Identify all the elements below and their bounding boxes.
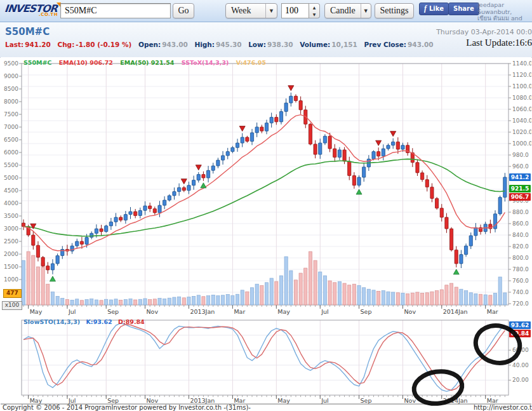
svg-text:2013Jan: 2013Jan xyxy=(190,397,215,404)
svg-text:May: May xyxy=(277,397,290,404)
svg-text:20.00: 20.00 xyxy=(512,377,529,383)
chg-label: Chg: xyxy=(57,41,74,48)
facebook-like-button[interactable]: fLike xyxy=(419,3,449,15)
period-select-value: Week xyxy=(226,4,265,18)
svg-text:7000: 7000 xyxy=(4,124,18,130)
period-select[interactable]: Week ▼ xyxy=(225,3,277,18)
svg-text:5500: 5500 xyxy=(4,162,18,168)
prev-close-label: Prev Close: xyxy=(364,41,406,48)
last-price-badge: 921.5 xyxy=(509,185,531,192)
footer-url: http://investor.co.t xyxy=(474,404,532,411)
volume-value: 10,151 xyxy=(331,41,357,48)
svg-text:60.00: 60.00 xyxy=(512,347,529,353)
fb-caption-line: Jeedapar Suwanbutr, xyxy=(477,2,532,15)
chart-style-value: Candle xyxy=(325,4,361,18)
chart-application-window: INVESTOR .CO.TH S50M#C Go Week ▼ 100 ▲▼ … xyxy=(0,0,532,411)
last-update-text: Last Update:16:6 xyxy=(466,37,532,48)
svg-text:8500: 8500 xyxy=(4,86,18,92)
svg-text:2000: 2000 xyxy=(4,251,18,257)
svg-text:2500: 2500 xyxy=(4,238,18,245)
last-price-badge: 906.7 xyxy=(509,193,531,201)
svg-text:Nov: Nov xyxy=(147,308,159,315)
quote-line: Last:941.20 Chg:-1.80 (-0.19 %) Open:943… xyxy=(5,41,434,48)
buy-marker-icon xyxy=(50,276,55,281)
svg-text:980.0: 980.0 xyxy=(512,152,529,158)
high-label: High: xyxy=(194,41,215,48)
svg-text:2014Jan: 2014Jan xyxy=(443,308,468,315)
svg-text:1080.0: 1080.0 xyxy=(512,95,531,101)
bars-count-value: 100 xyxy=(281,3,309,18)
svg-text:Sep: Sep xyxy=(107,308,119,315)
low-label: Low: xyxy=(248,41,266,48)
chart-legend: S50M#C EMA(10) 906.72 EMA(50) 921.54 SST… xyxy=(23,59,271,66)
svg-text:9000: 9000 xyxy=(4,73,18,79)
stoch-d-badge: 89.84 xyxy=(509,330,531,337)
last-label: Last: xyxy=(5,41,23,48)
chevron-down-icon: ▼ xyxy=(265,4,277,18)
stoch-k-label: K:93.62 xyxy=(86,318,112,325)
go-button[interactable]: Go xyxy=(173,3,194,18)
svg-text:860.0: 860.0 xyxy=(512,220,529,227)
svg-text:760.0: 760.0 xyxy=(512,278,529,284)
svg-text:880.0: 880.0 xyxy=(512,209,529,215)
legend-ema10: EMA(10) 906.72 xyxy=(59,59,113,66)
svg-text:Nov: Nov xyxy=(404,308,416,315)
stochastic-chart: 60.0040.0020.00MayJulSepNov2013JanMarMay… xyxy=(1,317,531,405)
svg-text:Jul: Jul xyxy=(68,308,76,315)
svg-text:1000.0: 1000.0 xyxy=(512,140,531,147)
sell-marker-icon xyxy=(376,140,382,145)
stochastic-legend: SlowSTO(14,3,3) K:93.62 D:89.84 xyxy=(23,318,149,325)
price-chart-panel: S50M#C EMA(10) 906.72 EMA(50) 921.54 SST… xyxy=(1,57,531,316)
svg-text:1060.0: 1060.0 xyxy=(512,106,531,112)
svg-text:840.0: 840.0 xyxy=(512,232,529,238)
svg-text:Sep: Sep xyxy=(107,397,119,404)
buy-marker-icon xyxy=(356,189,362,194)
date-text: Thursday 03-Apr-2014 00:0 xyxy=(436,28,532,36)
svg-text:1000: 1000 xyxy=(4,276,18,283)
stochastic-panel: SlowSTO(14,3,3) K:93.62 D:89.84 60.0040.… xyxy=(1,317,531,405)
volume-unit-label: x100 xyxy=(2,301,22,310)
svg-text:40.00: 40.00 xyxy=(512,362,529,368)
svg-text:4500: 4500 xyxy=(4,187,18,194)
svg-text:Jul: Jul xyxy=(321,308,328,315)
stoch-k-badge: 93.62 xyxy=(509,321,531,329)
quote-header: S50M#C Last:941.20 Chg:-1.80 (-0.19 %) O… xyxy=(0,22,532,58)
stepper-arrows-icon[interactable]: ▲▼ xyxy=(309,3,320,18)
svg-text:2014Jan: 2014Jan xyxy=(443,397,468,404)
bars-count-stepper[interactable]: 100 ▲▼ xyxy=(281,3,320,18)
svg-text:6500: 6500 xyxy=(4,137,18,143)
buy-marker-icon xyxy=(453,269,459,274)
svg-text:1020.0: 1020.0 xyxy=(512,129,531,135)
toolbar: INVESTOR .CO.TH S50M#C Go Week ▼ 100 ▲▼ … xyxy=(0,0,532,22)
settings-button[interactable]: Settings xyxy=(375,3,414,18)
svg-text:Nov: Nov xyxy=(404,397,416,404)
svg-text:9500: 9500 xyxy=(4,60,18,67)
svg-text:Sep: Sep xyxy=(361,397,372,404)
volume-value-badge: 477 xyxy=(3,289,22,298)
svg-text:5000: 5000 xyxy=(4,175,18,181)
stoch-title: SlowSTO(14,3,3) xyxy=(23,318,80,325)
chart-style-select[interactable]: Candle ▼ xyxy=(324,3,371,18)
sell-marker-icon xyxy=(288,86,294,91)
investor-logo[interactable]: INVESTOR .CO.TH xyxy=(4,3,59,19)
copyright-text: Copyright © 2006 - 2014 ProgramInvestor … xyxy=(3,404,251,411)
svg-text:3500: 3500 xyxy=(4,213,18,219)
svg-text:Sep: Sep xyxy=(361,308,372,315)
page-title: S50M#C xyxy=(5,26,50,37)
svg-text:1040.0: 1040.0 xyxy=(512,118,531,124)
svg-text:4000: 4000 xyxy=(4,200,18,206)
chevron-down-icon: ▼ xyxy=(361,4,371,18)
low-value: 938.30 xyxy=(267,41,293,48)
open-value: 943.00 xyxy=(162,41,188,48)
svg-text:8000: 8000 xyxy=(4,98,18,105)
symbol-input[interactable]: S50M#C xyxy=(60,3,171,18)
svg-text:Jul: Jul xyxy=(321,397,328,404)
svg-text:Jul: Jul xyxy=(68,397,76,404)
stoch-d-label: D:89.84 xyxy=(118,318,145,325)
svg-text:Mar: Mar xyxy=(487,308,498,315)
svg-text:2013Jan: 2013Jan xyxy=(190,308,215,315)
facebook-f-icon: f xyxy=(424,4,427,13)
svg-text:1100.0: 1100.0 xyxy=(512,83,531,90)
facebook-share-button[interactable]: Share xyxy=(448,3,479,15)
volume-label: Volume: xyxy=(300,41,330,48)
